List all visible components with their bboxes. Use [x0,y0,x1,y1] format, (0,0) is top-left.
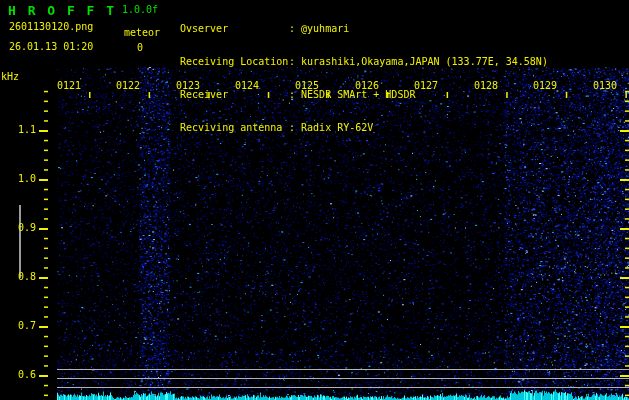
app-title: H R O F F T [8,4,116,17]
info-label: Receiving Location [180,57,289,67]
info-separator: : [289,122,295,133]
y-axis-label: 0.8 [6,272,36,282]
datetime-label: 26.01.13 01:20 [9,42,93,52]
info-value: kurashiki,Okayama,JAPAN (133.77E, 34.58N… [301,56,548,67]
meteor-count-value: 0 [130,43,150,53]
x-axis-label: 0121 [55,81,83,91]
info-separator: : [289,56,295,67]
x-axis-label: 0123 [174,81,202,91]
info-label: Ovserver [180,24,289,34]
info-row: Recviving antenna: Radix RY-62V [180,123,548,136]
x-axis-label: 0125 [293,81,321,91]
info-separator: : [289,23,295,34]
x-axis-label: 0128 [472,81,500,91]
x-axis-label: 0124 [233,81,261,91]
meteor-count-label: meteor [124,28,160,38]
y-axis-label: 0.9 [6,223,36,233]
x-axis-label: 0129 [531,81,559,91]
version-label: 1.0.0f [122,5,158,15]
x-axis-label: 0126 [353,81,381,91]
info-label: Receiver [180,90,289,100]
x-axis-label: 0122 [114,81,142,91]
x-axis-label: 0130 [591,81,619,91]
info-row: Receiver: NESDR SMArt + HDSDR [180,90,548,103]
filename-label: 2601130120.png [9,22,93,32]
y-axis-label: 0.6 [6,370,36,380]
info-value: Radix RY-62V [301,122,373,133]
info-row: Receiving Location: kurashiki,Okayama,JA… [180,57,548,70]
y-axis-label: 1.1 [6,125,36,135]
x-axis-label: 0127 [412,81,440,91]
info-value: @yuhmari [301,23,349,34]
y-axis-label: 1.0 [6,174,36,184]
y-axis-label: 0.7 [6,321,36,331]
hrofft-window: H R O F F T 1.0.0f 2601130120.png meteor… [0,0,629,400]
info-row: Ovserver: @yuhmari [180,24,548,37]
info-label: Recviving antenna [180,123,289,133]
y-axis-unit-label: kHz [1,72,19,82]
